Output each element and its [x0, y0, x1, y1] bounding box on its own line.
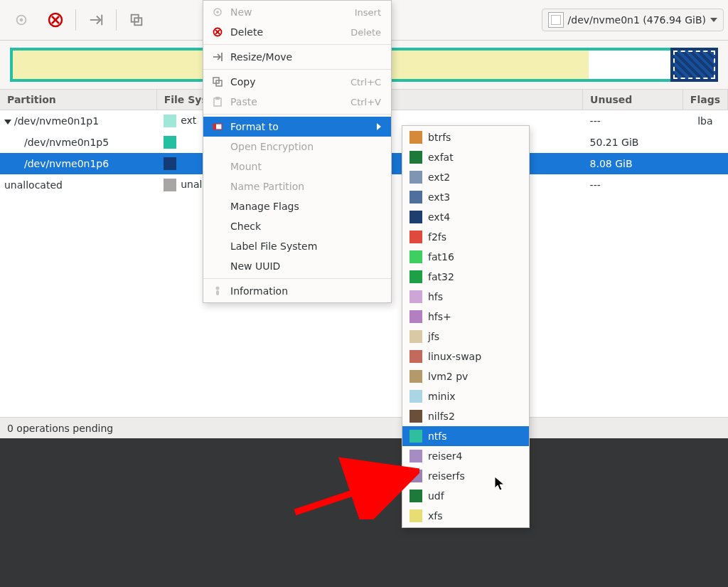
fs-label: ext	[181, 115, 196, 126]
menu-item-check[interactable]: Check	[203, 216, 391, 236]
fs-option-minix[interactable]: minix	[402, 386, 529, 406]
menu-accel: Delete	[350, 27, 381, 38]
fs-option-reiserfs[interactable]: reiserfs	[402, 466, 529, 486]
fs-color-swatch	[410, 231, 422, 243]
fs-color-swatch	[410, 151, 422, 164]
menu-item-label: Copy	[230, 76, 345, 88]
window-outside-area	[0, 438, 728, 587]
fs-color-swatch	[410, 470, 422, 482]
menu-item-resize-move[interactable]: Resize/Move	[203, 47, 391, 67]
menu-separator	[203, 69, 391, 70]
menu-item-mount: Mount	[203, 157, 391, 176]
fs-option-label: ext2	[428, 171, 516, 183]
partition-name: /dev/nvme0n1p5	[24, 137, 109, 148]
device-label: /dev/nvme0n1 (476.94 GiB)	[568, 14, 706, 26]
col-flags[interactable]: Flags	[682, 90, 727, 110]
fs-option-udf[interactable]: udf	[402, 486, 529, 506]
fs-option-ext3[interactable]: ext3	[402, 187, 529, 207]
toolbar-copy-button[interactable]	[119, 7, 154, 33]
fs-option-label: hfs	[428, 291, 516, 302]
unused-value: 8.08 GiB	[583, 153, 683, 174]
menu-separator	[203, 278, 391, 279]
fs-option-fat32[interactable]: fat32	[402, 267, 529, 287]
fs-color-swatch	[164, 157, 176, 170]
fs-option-nilfs2[interactable]: nilfs2	[402, 406, 529, 426]
fs-option-jfs[interactable]: jfs	[402, 327, 529, 347]
context-menu: NewInsertDeleteDeleteResize/MoveCopyCtrl…	[203, 0, 392, 303]
menu-item-label: Label File System	[230, 240, 381, 252]
menu-separator	[203, 114, 391, 115]
new-icon	[210, 7, 225, 17]
menu-item-new-uuid[interactable]: New UUID	[203, 256, 391, 276]
format-submenu: btrfsexfatext2ext3ext4f2fsfat16fat32hfsh…	[402, 125, 530, 528]
fs-option-label: ntfs	[428, 430, 516, 442]
fs-option-f2fs[interactable]: f2fs	[402, 227, 529, 247]
fs-color-swatch	[410, 290, 422, 303]
menu-item-information[interactable]: Information	[203, 281, 391, 301]
fs-option-xfs[interactable]: xfs	[402, 506, 529, 526]
fs-option-label: linux-swap	[428, 351, 516, 362]
toolbar-separator	[75, 9, 76, 31]
fs-option-label: fat32	[428, 271, 516, 282]
device-picker[interactable]: /dev/nvme0n1 (476.94 GiB)	[542, 9, 724, 31]
menu-item-delete[interactable]: DeleteDelete	[203, 22, 391, 42]
fs-option-label: nilfs2	[428, 411, 516, 422]
toolbar-new-button[interactable]	[4, 7, 38, 33]
delete-icon	[210, 27, 225, 37]
fs-option-btrfs[interactable]: btrfs	[402, 127, 529, 147]
fs-option-label: udf	[428, 490, 516, 502]
fs-option-hfs[interactable]: hfs	[402, 287, 529, 307]
partition-seg-selected[interactable]	[673, 51, 715, 79]
menu-item-manage-flags[interactable]: Manage Flags	[203, 196, 391, 216]
fs-option-exfat[interactable]: exfat	[402, 147, 529, 167]
fs-option-label: jfs	[428, 331, 516, 342]
fs-color-swatch	[164, 136, 176, 149]
fs-color-swatch	[410, 410, 422, 423]
fs-option-reiser4[interactable]: reiser4	[402, 446, 529, 466]
fs-option-label: xfs	[428, 510, 516, 522]
toolbar-resize-button[interactable]	[79, 7, 113, 33]
menu-item-format-to[interactable]: Format to	[203, 117, 391, 137]
menu-item-copy[interactable]: CopyCtrl+C	[203, 72, 391, 92]
svg-point-1	[20, 18, 23, 22]
menu-item-label: Check	[230, 221, 381, 232]
menu-item-label: New	[230, 6, 349, 18]
menu-item-label: Format to	[230, 121, 371, 132]
expand-icon[interactable]	[4, 120, 11, 125]
menu-item-paste: PasteCtrl+V	[203, 92, 391, 112]
fs-option-linux-swap[interactable]: linux-swap	[402, 347, 529, 366]
fs-option-label: minix	[428, 391, 516, 402]
menu-item-label-file-system[interactable]: Label File System	[203, 236, 391, 256]
disk-icon	[548, 12, 564, 28]
fs-option-hfs-[interactable]: hfs+	[402, 307, 529, 327]
svg-point-8	[216, 11, 219, 14]
col-unused[interactable]: Unused	[583, 90, 683, 110]
chevron-down-icon	[710, 18, 717, 22]
svg-rect-15	[216, 97, 219, 100]
partition-seg-free[interactable]	[589, 51, 673, 79]
toolbar-delete-button[interactable]	[38, 7, 73, 33]
fs-option-fat16[interactable]: fat16	[402, 247, 529, 267]
partition-name: /dev/nvme0n1p1	[14, 115, 99, 127]
svg-rect-19	[216, 290, 219, 295]
fs-option-ntfs[interactable]: ntfs	[402, 426, 529, 446]
menu-accel: Ctrl+C	[350, 77, 381, 88]
menu-accel: Insert	[355, 7, 381, 18]
status-bar: 0 operations pending	[0, 417, 728, 439]
flags-value	[682, 132, 727, 153]
fs-color-swatch	[164, 115, 176, 127]
fs-color-swatch	[410, 211, 422, 223]
menu-item-open-encryption: Open Encryption	[203, 137, 391, 157]
fs-option-label: ext4	[428, 211, 516, 223]
fs-option-lvm2-pv[interactable]: lvm2 pv	[402, 366, 529, 386]
fs-option-ext4[interactable]: ext4	[402, 207, 529, 227]
col-partition[interactable]: Partition	[0, 90, 156, 110]
menu-item-label: New UUID	[230, 260, 381, 272]
fs-option-label: lvm2 pv	[428, 371, 516, 382]
menu-item-label: Delete	[230, 26, 345, 38]
unused-value: ---	[583, 110, 683, 132]
fs-option-ext2[interactable]: ext2	[402, 167, 529, 187]
svg-point-18	[216, 287, 220, 290]
flags-value	[682, 153, 727, 174]
toolbar-separator	[116, 9, 117, 31]
